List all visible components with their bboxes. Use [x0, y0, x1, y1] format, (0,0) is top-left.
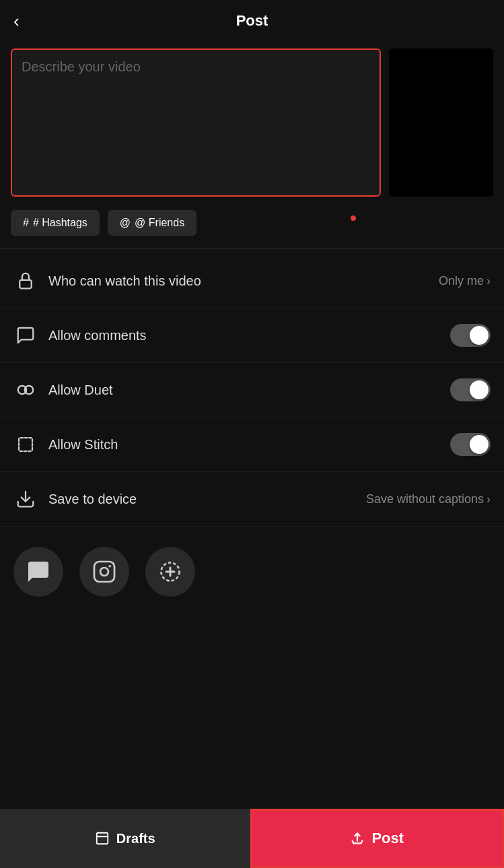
allow-duet-label: Allow Duet: [48, 382, 439, 398]
header: ‹ Post: [0, 0, 504, 42]
allow-duet-toggle[interactable]: [450, 378, 491, 401]
tags-row: # # Hashtags @ @ Friends: [0, 203, 504, 242]
description-input[interactable]: [22, 59, 370, 147]
who-can-watch-value: Only me ›: [439, 274, 491, 288]
toggle-knob: [470, 380, 489, 399]
toggle-knob: [470, 326, 489, 345]
setting-row-allow-stitch: Allow Stitch: [0, 418, 504, 472]
hashtag-symbol: #: [23, 217, 29, 229]
share-add-story-button[interactable]: [145, 547, 195, 597]
allow-comments-label: Allow comments: [48, 328, 439, 343]
setting-row-allow-comments: Allow comments: [0, 308, 504, 363]
video-thumbnail: [389, 48, 493, 197]
lock-icon: [13, 269, 38, 293]
svg-rect-0: [20, 280, 32, 289]
back-button[interactable]: ‹: [13, 12, 20, 30]
instagram-icon: [92, 560, 116, 584]
download-icon: [13, 487, 38, 511]
toggle-knob: [470, 435, 489, 454]
save-to-device-value: Save without captions ›: [366, 492, 491, 506]
post-btn-inner: Post: [350, 830, 404, 847]
stitch-icon: [13, 432, 38, 457]
svg-point-6: [100, 568, 108, 576]
svg-point-7: [108, 565, 111, 568]
post-button[interactable]: Post: [250, 809, 505, 868]
page-title: Post: [236, 12, 268, 30]
comment-icon: [13, 323, 38, 347]
post-upload-icon: [350, 831, 365, 846]
svg-rect-5: [94, 562, 114, 582]
allow-stitch-toggle[interactable]: [450, 433, 491, 456]
setting-row-save-to-device[interactable]: Save to device Save without captions ›: [0, 472, 504, 527]
friends-button[interactable]: @ @ Friends: [108, 210, 196, 236]
allow-comments-toggle[interactable]: [450, 324, 491, 347]
duet-icon: [13, 378, 38, 402]
add-story-icon: [158, 560, 182, 584]
hashtags-label: # Hashtags: [33, 217, 87, 229]
bottom-action-bar: Drafts Post: [0, 809, 504, 868]
friends-label: @ Friends: [135, 217, 184, 229]
drafts-icon: [95, 831, 110, 846]
svg-line-15: [353, 841, 354, 844]
svg-rect-11: [97, 833, 108, 844]
who-can-watch-label: Who can watch this video: [48, 273, 428, 289]
share-instagram-button[interactable]: [79, 547, 129, 597]
allow-stitch-label: Allow Stitch: [48, 437, 439, 453]
share-messages-button[interactable]: [13, 547, 63, 597]
drafts-button[interactable]: Drafts: [0, 809, 250, 868]
post-label: Post: [371, 830, 404, 847]
description-area: [0, 42, 504, 203]
setting-row-who-can-watch[interactable]: Who can watch this video Only me ›: [0, 254, 504, 308]
section-divider: [0, 248, 504, 248]
share-icons-row: [0, 527, 504, 610]
at-symbol: @: [120, 217, 131, 229]
save-to-device-label: Save to device: [48, 492, 355, 507]
setting-row-allow-duet: Allow Duet: [0, 363, 504, 418]
drafts-label: Drafts: [116, 831, 155, 846]
chevron-right-icon: ›: [487, 274, 491, 288]
description-input-wrapper[interactable]: [11, 48, 381, 197]
message-icon: [26, 560, 50, 584]
hashtags-button[interactable]: # # Hashtags: [11, 210, 100, 236]
svg-rect-3: [19, 438, 32, 451]
indicator-dot: [351, 215, 356, 221]
chevron-right-icon: ›: [487, 492, 491, 506]
settings-list: Who can watch this video Only me › Allow…: [0, 254, 504, 527]
svg-line-16: [361, 841, 363, 844]
